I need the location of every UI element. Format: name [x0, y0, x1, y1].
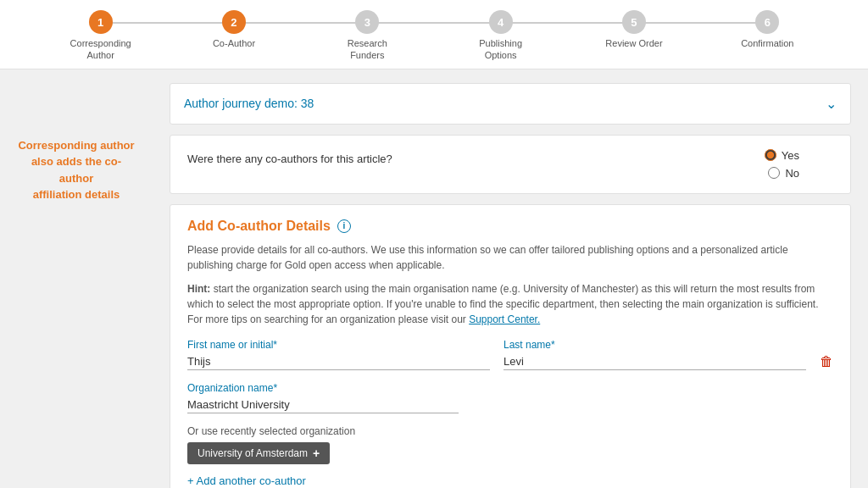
org-form-row: Organization name* [187, 382, 833, 413]
coauthor-hint: Hint: start the organization search usin… [187, 281, 833, 327]
step-3[interactable]: 3 ResearchFunders [301, 10, 434, 62]
delete-coauthor-icon[interactable]: 🗑 [820, 354, 833, 369]
first-name-input[interactable] [187, 353, 490, 370]
radio-yes-input[interactable] [765, 149, 776, 161]
step-label-6: Confirmation [741, 37, 793, 49]
coauthor-details-card: Add Co-author Details i Please provide d… [170, 204, 851, 488]
right-panel: Author journey demo: 38 ⌄ Were there any… [153, 69, 868, 488]
chevron-down-icon: ⌄ [826, 96, 837, 112]
org-badge[interactable]: University of Amsterdam + [187, 442, 330, 464]
org-badge-label: University of Amsterdam [198, 447, 308, 459]
hint-prefix: Hint: [187, 283, 210, 295]
radio-yes-label: Yes [782, 149, 799, 162]
step-circle-1: 1 [89, 10, 113, 34]
info-icon[interactable]: i [337, 219, 351, 233]
coauthor-question-card: Were there any co-authors for this artic… [170, 135, 851, 194]
step-circle-6: 6 [755, 10, 779, 34]
step-1[interactable]: 1 CorrespondingAuthor [34, 10, 167, 62]
org-name-label: Organization name* [187, 382, 833, 394]
sidebar-hint-text: Corresponding authoralso adds the co-aut… [17, 137, 136, 203]
support-center-link[interactable]: Support Center. [469, 313, 540, 325]
first-name-field: First name or initial* [187, 339, 490, 370]
step-circle-2: 2 [222, 10, 246, 34]
step-4[interactable]: 4 PublishingOptions [434, 10, 567, 62]
recently-label: Or use recently selected organization [187, 425, 833, 437]
radio-no[interactable]: No [768, 167, 799, 180]
radio-yes[interactable]: Yes [765, 149, 799, 162]
step-label-1: CorrespondingAuthor [70, 37, 131, 62]
step-label-3: ResearchFunders [348, 37, 387, 62]
step-label-4: PublishingOptions [479, 37, 522, 62]
radio-no-input[interactable] [768, 167, 780, 179]
recently-selected-section: Or use recently selected organization Un… [187, 425, 833, 464]
coauthor-radio-group: Yes No [765, 149, 833, 180]
sidebar: Corresponding authoralso adds the co-aut… [0, 69, 153, 488]
last-name-field: Last name* [504, 339, 806, 370]
step-label-2: Co-Author [213, 37, 255, 49]
coauthor-description: Please provide details for all co-author… [187, 242, 833, 273]
step-5[interactable]: 5 Review Order [567, 10, 700, 49]
last-name-input[interactable] [504, 353, 806, 370]
coauthor-section-title: Add Co-author Details i [187, 219, 833, 234]
add-coauthor-link[interactable]: + Add another co-author [187, 474, 306, 487]
org-badge-plus-icon: + [313, 446, 320, 460]
stepper: 1 CorrespondingAuthor 2 Co-Author 3 Rese… [0, 0, 868, 69]
step-circle-5: 5 [622, 10, 646, 34]
step-circle-3: 3 [355, 10, 379, 34]
last-name-label: Last name* [504, 339, 806, 351]
step-2[interactable]: 2 Co-Author [167, 10, 300, 49]
step-6[interactable]: 6 Confirmation [701, 10, 834, 49]
org-name-input[interactable] [187, 396, 459, 413]
journey-title: Author journey demo: 38 [184, 97, 314, 110]
coauthor-title-text: Add Co-author Details [187, 219, 331, 234]
coauthor-question-label: Were there any co-authors for this artic… [187, 152, 392, 165]
radio-no-label: No [785, 167, 799, 180]
step-circle-4: 4 [489, 10, 513, 34]
org-name-field: Organization name* [187, 382, 833, 413]
step-label-5: Review Order [605, 37, 662, 49]
main-content: Corresponding authoralso adds the co-aut… [0, 69, 868, 488]
first-name-label: First name or initial* [187, 339, 490, 351]
name-form-row: First name or initial* Last name* 🗑 [187, 339, 833, 370]
journey-card[interactable]: Author journey demo: 38 ⌄ [170, 83, 851, 125]
